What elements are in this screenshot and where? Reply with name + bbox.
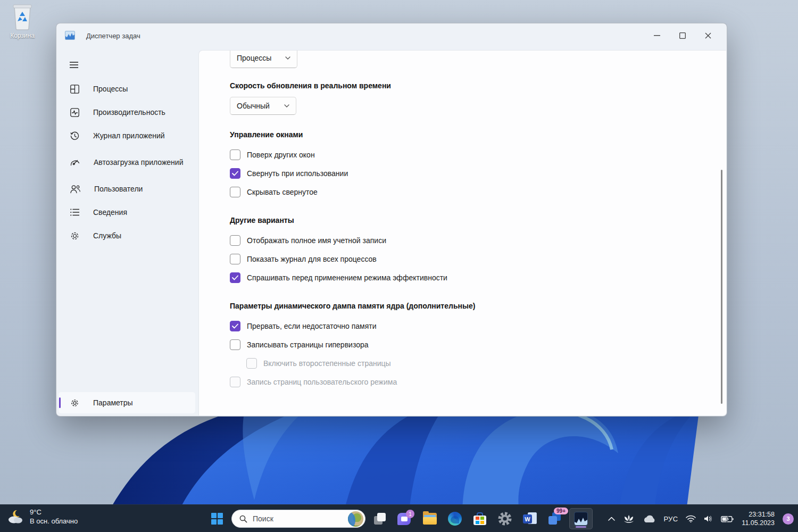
- task-manager-taskbar-button[interactable]: [569, 508, 593, 529]
- tray-time: 23:31:58: [742, 510, 775, 519]
- option-row[interactable]: Отображать полное имя учетной записи: [230, 234, 386, 247]
- task-view-icon: [373, 512, 386, 525]
- checkbox-label: Показать журнал для всех процессов: [247, 255, 377, 263]
- mail-button[interactable]: 99+: [544, 508, 566, 529]
- weather-icon: [6, 509, 24, 525]
- language-indicator[interactable]: РУС: [663, 515, 678, 523]
- word-button[interactable]: W: [519, 508, 541, 529]
- default-view-dropdown[interactable]: Процессы: [230, 50, 297, 68]
- option-row[interactable]: Скрывать свернутое: [230, 186, 318, 198]
- sidebar-item-performance[interactable]: Производительность: [59, 101, 195, 124]
- section-title: Управление окнами: [230, 130, 303, 139]
- services-icon: [70, 231, 79, 240]
- sidebar-item-label: Службы: [93, 231, 121, 241]
- sidebar-item-label: Автозагрузка приложений: [94, 157, 184, 168]
- section-title: Параметры динамического дампа памяти ядр…: [230, 302, 475, 310]
- checkbox[interactable]: [230, 168, 240, 179]
- chevron-down-icon: [285, 56, 290, 60]
- notification-count-badge[interactable]: 3: [783, 513, 794, 525]
- checkbox-label: Поверх других окон: [247, 151, 315, 159]
- weather-temperature: 9°C: [30, 508, 78, 517]
- sidebar-item-app-history[interactable]: Журнал приложений: [59, 124, 195, 147]
- maximize-button[interactable]: [671, 28, 694, 44]
- volume-tray-icon[interactable]: [704, 515, 713, 522]
- startup-apps-icon: [70, 159, 80, 167]
- option-row[interactable]: Спрашивать перед применением режима эффе…: [230, 271, 447, 284]
- search-icon: [239, 515, 247, 523]
- processes-icon: [70, 85, 79, 94]
- sidebar-item-settings[interactable]: Параметры: [59, 392, 195, 413]
- recycle-bin-icon: [10, 3, 35, 31]
- settings-button[interactable]: [494, 508, 516, 529]
- checkbox[interactable]: [230, 235, 240, 246]
- checkbox[interactable]: [230, 377, 240, 387]
- gear-icon: [70, 398, 79, 408]
- active-app-indicator: [576, 526, 586, 528]
- close-button[interactable]: [697, 28, 719, 44]
- clock[interactable]: 23:31:58 11.05.2023: [742, 510, 775, 527]
- selected-indicator: [59, 397, 61, 408]
- sidebar-item-label: Журнал приложений: [93, 131, 165, 141]
- option-row[interactable]: Прервать, если недостаточно памяти: [230, 320, 376, 332]
- checkbox[interactable]: [230, 254, 240, 264]
- sidebar-item-users[interactable]: Пользователи: [59, 177, 195, 201]
- task-manager-icon: [574, 512, 588, 526]
- checkbox[interactable]: [230, 149, 240, 160]
- sidebar-item-label: Пользователи: [94, 184, 143, 194]
- minimize-button[interactable]: [646, 28, 668, 44]
- checkbox[interactable]: [230, 339, 240, 350]
- battery-tray-icon[interactable]: [721, 516, 734, 522]
- checkbox-label: Отображать полное имя учетной записи: [247, 236, 386, 245]
- task-manager-window: Диспетчер задач Процессы Производи: [56, 23, 727, 417]
- app-history-icon: [70, 131, 79, 140]
- mail-icon: 99+: [548, 512, 562, 526]
- store-icon: [473, 512, 486, 525]
- sidebar-item-startup-apps[interactable]: Автозагрузка приложений: [59, 147, 195, 177]
- checkbox-label: Свернуть при использовании: [247, 169, 348, 178]
- recycle-bin-shortcut[interactable]: Корзина: [5, 3, 39, 39]
- option-row[interactable]: Поверх других окон: [230, 148, 315, 161]
- sidebar-item-processes[interactable]: Процессы: [59, 77, 195, 101]
- option-row[interactable]: Записывать страницы гипервизора: [230, 338, 369, 351]
- sidebar-item-services[interactable]: Службы: [59, 224, 195, 247]
- weather-widget[interactable]: 9°C В осн. облачно: [6, 508, 78, 526]
- checkbox[interactable]: [230, 321, 240, 331]
- chat-button[interactable]: 1: [394, 508, 415, 529]
- hidden-icons-button[interactable]: [608, 517, 615, 521]
- word-icon: W: [523, 512, 537, 525]
- checkbox-label: Скрывать свернутое: [247, 188, 318, 196]
- search-placeholder: Поиск: [253, 514, 348, 523]
- scrollbar[interactable]: [721, 170, 722, 404]
- checkbox[interactable]: [230, 187, 240, 197]
- onedrive-tray-icon[interactable]: [643, 514, 655, 523]
- checkbox[interactable]: [246, 358, 257, 369]
- windows-logo-icon: [211, 513, 223, 525]
- option-row[interactable]: Свернуть при использовании: [230, 167, 348, 180]
- sidebar-item-label: Параметры: [93, 398, 133, 407]
- file-explorer-button[interactable]: [419, 508, 440, 529]
- sidebar-item-details[interactable]: Сведения: [59, 201, 195, 224]
- lotus-app-tray-icon[interactable]: [623, 514, 635, 523]
- navigation-sidebar: Процессы Производительность Журнал прило…: [56, 48, 197, 416]
- option-row[interactable]: Включить второстепенные страницы: [246, 357, 391, 370]
- tray-date: 11.05.2023: [742, 519, 775, 527]
- details-icon: [70, 209, 79, 216]
- sidebar-item-label: Производительность: [93, 107, 165, 118]
- checkbox[interactable]: [230, 272, 240, 283]
- titlebar[interactable]: Диспетчер задач: [56, 23, 727, 48]
- mail-badge: 99+: [554, 508, 568, 514]
- dropdown-value: Процессы: [237, 54, 271, 62]
- file-explorer-icon: [423, 513, 437, 525]
- option-row[interactable]: Запись страниц пользовательского режима: [230, 376, 397, 388]
- start-button[interactable]: [206, 508, 228, 529]
- option-row[interactable]: Показать журнал для всех процессов: [230, 253, 377, 265]
- edge-button[interactable]: [444, 508, 466, 529]
- hamburger-icon: [70, 62, 78, 68]
- wifi-tray-icon[interactable]: [686, 515, 696, 522]
- menu-toggle-button[interactable]: [64, 56, 84, 73]
- store-button[interactable]: [469, 508, 491, 529]
- task-view-button[interactable]: [369, 508, 390, 529]
- refresh-speed-dropdown[interactable]: Обычный: [230, 97, 296, 115]
- search-highlight-image[interactable]: [348, 511, 363, 527]
- search-box[interactable]: Поиск: [231, 510, 365, 528]
